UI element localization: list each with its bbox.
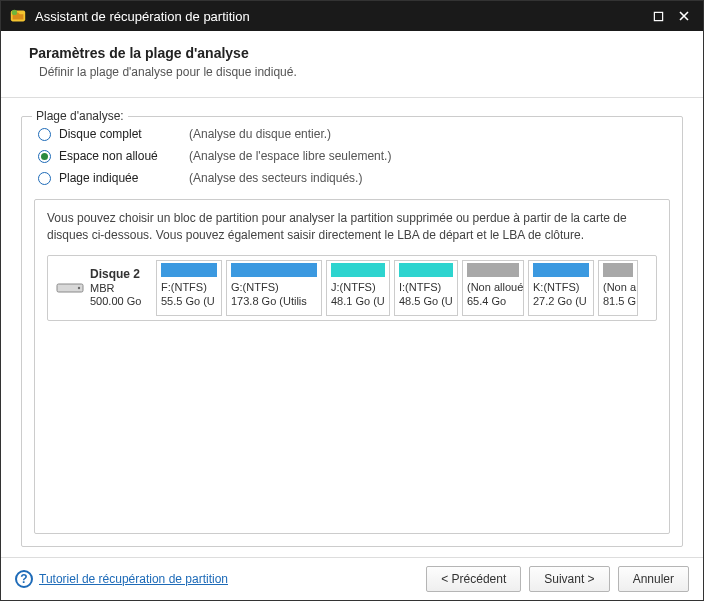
svg-point-4 bbox=[78, 287, 80, 289]
partition-bar bbox=[603, 263, 633, 277]
scan-range-fieldset: Plage d'analyse: Disque complet (Analyse… bbox=[21, 116, 683, 547]
next-button[interactable]: Suivant > bbox=[529, 566, 609, 592]
disk-map: Disque 2 MBR 500.00 Go F:(NTFS)55.5 Go (… bbox=[52, 260, 652, 316]
option-desc: (Analyse du disque entier.) bbox=[189, 127, 331, 141]
partition-block[interactable]: K:(NTFS)27.2 Go (U bbox=[528, 260, 594, 316]
partition-bar bbox=[331, 263, 385, 277]
option-desc: (Analyse des secteurs indiqués.) bbox=[189, 171, 362, 185]
partition-size: 27.2 Go (U bbox=[533, 294, 589, 308]
help-icon: ? bbox=[15, 570, 33, 588]
app-icon bbox=[9, 7, 27, 25]
svg-rect-2 bbox=[654, 12, 662, 20]
fieldset-legend: Plage d'analyse: bbox=[32, 109, 128, 123]
panel-description: Vous pouvez choisir un bloc de partition… bbox=[47, 210, 657, 245]
wizard-body: Plage d'analyse: Disque complet (Analyse… bbox=[1, 98, 703, 557]
partition-block[interactable]: (Non a81.5 G bbox=[598, 260, 638, 316]
partition-bar bbox=[161, 263, 217, 277]
disk-map-container: Disque 2 MBR 500.00 Go F:(NTFS)55.5 Go (… bbox=[47, 255, 657, 321]
cancel-button[interactable]: Annuler bbox=[618, 566, 689, 592]
disk-info: Disque 2 MBR 500.00 Go bbox=[52, 260, 152, 316]
disk-scheme: MBR bbox=[90, 282, 141, 296]
partition-size: 55.5 Go (U bbox=[161, 294, 217, 308]
option-label: Plage indiquée bbox=[59, 171, 189, 185]
partition-size: 48.1 Go (U bbox=[331, 294, 385, 308]
partition-label: F:(NTFS) bbox=[161, 280, 217, 294]
option-range[interactable]: Plage indiquée (Analyse des secteurs ind… bbox=[34, 167, 670, 189]
maximize-button[interactable] bbox=[645, 3, 671, 29]
partition-size: 65.4 Go bbox=[467, 294, 519, 308]
wizard-window: Assistant de récupération de partition P… bbox=[0, 0, 704, 601]
partition-block[interactable]: I:(NTFS)48.5 Go (U bbox=[394, 260, 458, 316]
wizard-header: Paramètres de la plage d'analyse Définir… bbox=[1, 31, 703, 98]
radio-icon bbox=[38, 128, 51, 141]
help-link-text: Tutoriel de récupération de partition bbox=[39, 572, 228, 586]
page-subtitle: Définir la plage d'analyse pour le disqu… bbox=[29, 65, 683, 79]
partitions: F:(NTFS)55.5 Go (UG:(NTFS)173.8 Go (Util… bbox=[156, 260, 652, 316]
page-title: Paramètres de la plage d'analyse bbox=[29, 45, 683, 61]
disk-size: 500.00 Go bbox=[90, 295, 141, 309]
partition-label: G:(NTFS) bbox=[231, 280, 317, 294]
partition-bar bbox=[467, 263, 519, 277]
close-button[interactable] bbox=[671, 3, 697, 29]
option-unallocated[interactable]: Espace non alloué (Analyse de l'espace l… bbox=[34, 145, 670, 167]
partition-size: 81.5 G bbox=[603, 294, 633, 308]
option-label: Disque complet bbox=[59, 127, 189, 141]
titlebar: Assistant de récupération de partition bbox=[1, 1, 703, 31]
radio-icon bbox=[38, 172, 51, 185]
partition-size: 173.8 Go (Utilis bbox=[231, 294, 317, 308]
option-label: Espace non alloué bbox=[59, 149, 189, 163]
partition-block[interactable]: J:(NTFS)48.1 Go (U bbox=[326, 260, 390, 316]
partition-label: J:(NTFS) bbox=[331, 280, 385, 294]
partition-label: I:(NTFS) bbox=[399, 280, 453, 294]
radio-icon bbox=[38, 150, 51, 163]
partition-label: K:(NTFS) bbox=[533, 280, 589, 294]
partition-bar bbox=[533, 263, 589, 277]
partition-block[interactable]: G:(NTFS)173.8 Go (Utilis bbox=[226, 260, 322, 316]
wizard-footer: ? Tutoriel de récupération de partition … bbox=[1, 557, 703, 600]
svg-point-1 bbox=[12, 10, 17, 15]
disk-name: Disque 2 bbox=[90, 267, 141, 282]
help-link[interactable]: ? Tutoriel de récupération de partition bbox=[15, 570, 228, 588]
partition-size: 48.5 Go (U bbox=[399, 294, 453, 308]
partition-label: (Non a bbox=[603, 280, 633, 294]
partition-label: (Non alloué bbox=[467, 280, 519, 294]
partition-block[interactable]: (Non alloué65.4 Go bbox=[462, 260, 524, 316]
option-full-disk[interactable]: Disque complet (Analyse du disque entier… bbox=[34, 123, 670, 145]
disk-map-panel: Vous pouvez choisir un bloc de partition… bbox=[34, 199, 670, 534]
back-button[interactable]: < Précédent bbox=[426, 566, 521, 592]
partition-bar bbox=[399, 263, 453, 277]
partition-bar bbox=[231, 263, 317, 277]
disk-icon bbox=[56, 280, 84, 296]
partition-block[interactable]: F:(NTFS)55.5 Go (U bbox=[156, 260, 222, 316]
window-title: Assistant de récupération de partition bbox=[35, 9, 645, 24]
option-desc: (Analyse de l'espace libre seulement.) bbox=[189, 149, 391, 163]
